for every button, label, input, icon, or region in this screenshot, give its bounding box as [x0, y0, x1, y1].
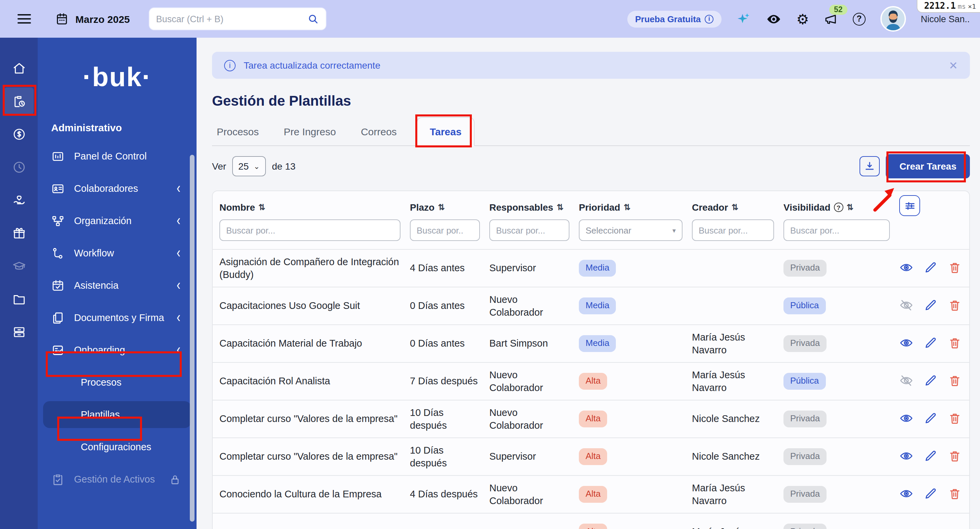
period-label[interactable]: Marzo 2025 — [75, 13, 130, 25]
search-icon[interactable] — [307, 13, 319, 25]
global-search[interactable] — [149, 7, 326, 30]
view-eye-icon[interactable] — [899, 260, 913, 276]
delete-trash-icon[interactable] — [948, 449, 962, 465]
cell-responsables: Nuevo Colaborador — [489, 481, 579, 507]
rail-item-graduation-cap[interactable] — [4, 253, 33, 279]
user-avatar[interactable] — [880, 6, 906, 32]
help-icon[interactable]: ? — [853, 13, 865, 25]
sidebar-scrollbar[interactable] — [190, 155, 194, 522]
notification-count-badge[interactable]: 52 — [829, 5, 847, 15]
edit-pencil-icon[interactable] — [923, 373, 938, 389]
delete-trash-icon[interactable] — [948, 260, 962, 276]
per-page-label: Ver — [212, 161, 226, 172]
delete-trash-icon[interactable] — [948, 486, 962, 502]
hamburger-menu-icon[interactable] — [18, 14, 31, 24]
sort-icon[interactable]: ⇅ — [438, 203, 445, 212]
row-actions — [899, 298, 966, 314]
table-row: Capacitación Material de Trabajo0 Días a… — [213, 325, 969, 363]
filter-input-responsables[interactable] — [489, 219, 570, 241]
filter-select-prioridad[interactable]: Seleccionar▾ — [579, 219, 682, 241]
rail-item-drawer[interactable] — [4, 318, 33, 345]
topbar: Marzo 2025 Prueba Gratuita i ⚙ 52 ? — [0, 0, 980, 38]
rail-item-clipboard-clock[interactable] — [4, 87, 33, 114]
edit-pencil-icon[interactable] — [923, 411, 938, 427]
sidebar-item-panel-de-control[interactable]: Panel de Control — [38, 143, 191, 170]
edit-pencil-icon[interactable] — [923, 260, 938, 276]
trial-badge[interactable]: Prueba Gratuita i — [627, 10, 722, 27]
cell-visibilidad: Pública — [783, 373, 899, 390]
download-button[interactable] — [860, 156, 880, 176]
delete-trash-icon[interactable] — [948, 411, 962, 427]
filter-input-creador[interactable] — [692, 219, 774, 241]
cell-nombre: Capacitación Material de Trabajo — [220, 337, 410, 350]
view-eye-icon[interactable] — [899, 335, 913, 352]
table-row: Conociendo la Cultura de la Empresa4 Día… — [213, 476, 969, 513]
sidebar-item-label: Panel de Control — [74, 151, 191, 162]
sidebar-item-colaboradores[interactable]: Colaboradores‹ — [38, 175, 191, 202]
eye-watch-icon[interactable] — [766, 11, 781, 27]
user-name[interactable]: Nicole San... — [921, 14, 969, 24]
sort-icon[interactable]: ⇅ — [847, 203, 853, 212]
view-eye-icon[interactable] — [899, 486, 913, 502]
sidebar-item-gesti-n-de-activos[interactable]: Gestión de Activos — [38, 466, 191, 492]
edit-pencil-icon[interactable] — [923, 449, 938, 465]
calendar-icon[interactable] — [55, 12, 68, 25]
edit-pencil-icon[interactable] — [923, 486, 938, 502]
ai-sparkle-icon[interactable] — [737, 11, 751, 26]
rail-item-folder[interactable] — [4, 285, 33, 312]
sidebar-item-plantillas[interactable]: Plantillas — [43, 401, 191, 428]
delete-trash-icon[interactable] — [948, 335, 962, 352]
rail-item-home[interactable] — [4, 54, 33, 81]
view-eye-off-icon[interactable] — [899, 298, 913, 314]
create-tasks-button[interactable]: Crear Tareas — [886, 154, 970, 178]
sidebar-item-onboarding[interactable]: Onboarding‹ — [38, 337, 191, 364]
search-input[interactable] — [156, 14, 307, 24]
sidebar-item-workflow[interactable]: Workflow‹ — [38, 240, 191, 267]
help-icon[interactable]: ? — [834, 203, 843, 212]
view-eye-off-icon[interactable] — [899, 373, 913, 389]
delete-trash-icon[interactable] — [948, 373, 962, 389]
column-settings-button[interactable] — [899, 195, 920, 216]
edit-pencil-icon[interactable] — [923, 335, 938, 352]
sidebar-rail — [0, 38, 38, 529]
tab-correos[interactable]: Correos — [361, 118, 397, 145]
rail-item-dollar[interactable] — [4, 121, 33, 148]
tab-tareas[interactable]: Tareas — [417, 117, 474, 146]
rail-item-clock[interactable] — [4, 153, 33, 180]
view-eye-icon[interactable] — [899, 449, 913, 465]
edit-pencil-icon[interactable] — [923, 298, 938, 314]
filter-input-visibilidad[interactable] — [783, 219, 890, 241]
filter-input-nombre[interactable] — [220, 219, 401, 241]
sidebar-section-title: Administrativo — [51, 122, 197, 133]
sidebar-item-asistencia[interactable]: Asistencia‹ — [38, 272, 191, 299]
filter-input-plazo[interactable] — [410, 219, 480, 241]
sidebar-item-organizaci-n[interactable]: Organización‹ — [38, 207, 191, 234]
table-header-row: Nombre⇅Plazo⇅Responsables⇅Prioridad⇅Crea… — [213, 191, 969, 219]
sort-icon[interactable]: ⇅ — [731, 203, 738, 212]
cell-nombre: Capacitación Rol Analista — [220, 375, 410, 388]
sidebar-item-configuraciones[interactable]: Configuraciones — [38, 434, 191, 460]
column-label: Responsables — [489, 202, 553, 213]
cell-nombre: Completar curso "Valores de la empresa" — [220, 450, 410, 463]
sidebar-item-label: Configuraciones — [81, 442, 191, 452]
sidebar-item-procesos[interactable]: Procesos — [38, 369, 191, 396]
banner-close-icon[interactable]: ✕ — [949, 59, 958, 71]
tab-pre-ingreso[interactable]: Pre Ingreso — [284, 118, 336, 145]
view-eye-icon[interactable] — [899, 411, 913, 427]
delete-trash-icon[interactable] — [948, 298, 962, 314]
cell-plazo: 0 Días antes — [410, 300, 489, 312]
column-header-plazo: Plazo⇅ — [410, 202, 489, 213]
sidebar-item-label: Plantillas — [81, 409, 191, 420]
sidebar-item-documentos-y-firma[interactable]: Documentos y Firma‹ — [38, 304, 191, 331]
page-size-select[interactable]: 25 ⌄ — [232, 156, 266, 176]
sort-icon[interactable]: ⇅ — [557, 203, 563, 212]
cell-creador: María Jesús Navarro — [692, 369, 783, 394]
chevron-left-icon: ‹ — [177, 180, 180, 197]
sort-icon[interactable]: ⇅ — [624, 203, 630, 212]
tab-procesos[interactable]: Procesos — [217, 118, 259, 145]
rail-item-hand-heart[interactable] — [4, 186, 33, 213]
sort-icon[interactable]: ⇅ — [258, 203, 265, 212]
settings-gear-icon[interactable]: ⚙ — [796, 12, 809, 26]
rail-item-gift[interactable] — [4, 219, 33, 246]
announcements-icon[interactable]: 52 — [824, 12, 838, 26]
